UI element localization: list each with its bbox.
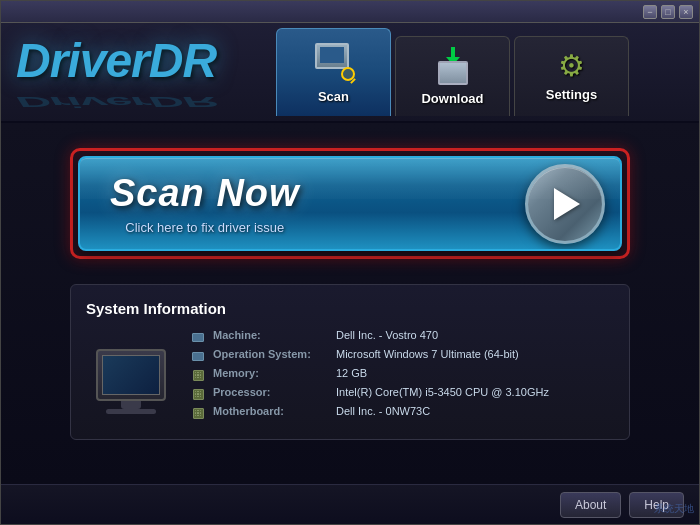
monitor-icon — [315, 43, 349, 69]
monitor-small-icon — [192, 333, 204, 342]
memory-value: 12 GB — [336, 367, 367, 379]
sysinfo-title: System Information — [86, 300, 614, 317]
scan-main-text: Scan Now — [110, 172, 300, 215]
processor-value: Intel(R) Core(TM) i5-3450 CPU @ 3.10GHz — [336, 386, 549, 398]
os-value: Microsoft Windows 7 Ultimate (64-bit) — [336, 348, 519, 360]
close-button[interactable]: × — [679, 5, 693, 19]
watermark: 系统天地 — [654, 502, 694, 516]
magnify-icon — [341, 67, 355, 81]
sysinfo-body: Machine: Dell Inc. - Vostro 470 Operatio… — [86, 329, 614, 424]
tab-scan[interactable]: Scan — [276, 28, 391, 116]
tab-download[interactable]: Download — [395, 36, 510, 116]
machine-label: Machine: — [213, 329, 328, 341]
arrow-stem — [451, 47, 455, 57]
table-row: Motherboard: Dell Inc. - 0NW73C — [191, 405, 614, 420]
settings-tab-label: Settings — [546, 87, 597, 102]
motherboard-value: Dell Inc. - 0NW73C — [336, 405, 430, 417]
table-row: Memory: 12 GB — [191, 367, 614, 382]
scan-now-button[interactable]: Scan Now Click here to fix driver issue — [78, 156, 622, 251]
sysinfo-table: Machine: Dell Inc. - Vostro 470 Operatio… — [191, 329, 614, 424]
maximize-button[interactable]: □ — [661, 5, 675, 19]
scan-tab-icon — [313, 41, 355, 83]
table-row: Machine: Dell Inc. - Vostro 470 — [191, 329, 614, 344]
logo-reflection: DriverDR — [16, 97, 256, 104]
minimize-button[interactable]: − — [643, 5, 657, 19]
table-row: Operation System: Microsoft Windows 7 Ul… — [191, 348, 614, 363]
scan-now-wrapper: Scan Now Click here to fix driver issue — [70, 148, 630, 259]
header: DriverDR DriverDR Scan — [1, 23, 699, 123]
system-info-panel: System Information Machi — [70, 284, 630, 440]
download-tab-icon — [434, 47, 472, 85]
scan-arrow-button — [525, 164, 605, 244]
pc-stand — [121, 401, 141, 409]
main-content: Scan Now Click here to fix driver issue … — [1, 123, 699, 484]
table-row: Processor: Intel(R) Core(TM) i5-3450 CPU… — [191, 386, 614, 401]
processor-icon — [191, 387, 205, 401]
logo-area: DriverDR DriverDR — [16, 33, 256, 112]
title-bar: − □ × — [1, 1, 699, 23]
scan-text-area: Scan Now Click here to fix driver issue — [110, 172, 300, 235]
main-window: − □ × DriverDR DriverDR Scan — [0, 0, 700, 525]
memory-icon — [191, 368, 205, 382]
arrow-triangle-icon — [554, 188, 580, 220]
motherboard-icon — [191, 406, 205, 420]
about-label: About — [575, 498, 606, 512]
app-logo: DriverDR — [16, 33, 256, 88]
pc-screen — [102, 355, 160, 395]
machine-value: Dell Inc. - Vostro 470 — [336, 329, 438, 341]
download-box — [438, 61, 468, 85]
title-bar-buttons: − □ × — [643, 5, 693, 19]
cpu-small-icon — [193, 370, 204, 381]
cpu-small-icon — [193, 408, 204, 419]
os-icon — [191, 349, 205, 363]
download-tab-label: Download — [421, 91, 483, 106]
processor-label: Processor: — [213, 386, 328, 398]
nav-tabs: Scan Download ⚙ Settings — [276, 28, 629, 116]
computer-image — [86, 329, 176, 414]
cpu-small-icon — [193, 389, 204, 400]
settings-icon: ⚙ — [558, 51, 585, 81]
footer: About Help — [1, 484, 699, 524]
scan-tab-label: Scan — [318, 89, 349, 104]
pc-base — [106, 409, 156, 414]
pc-monitor — [96, 349, 166, 401]
memory-label: Memory: — [213, 367, 328, 379]
scan-sub-text: Click here to fix driver issue — [110, 220, 300, 235]
motherboard-label: Motherboard: — [213, 405, 328, 417]
machine-icon — [191, 330, 205, 344]
screen-inner — [320, 47, 344, 63]
os-label: Operation System: — [213, 348, 328, 360]
about-button[interactable]: About — [560, 492, 621, 518]
tab-settings[interactable]: ⚙ Settings — [514, 36, 629, 116]
monitor-small-icon — [192, 352, 204, 361]
